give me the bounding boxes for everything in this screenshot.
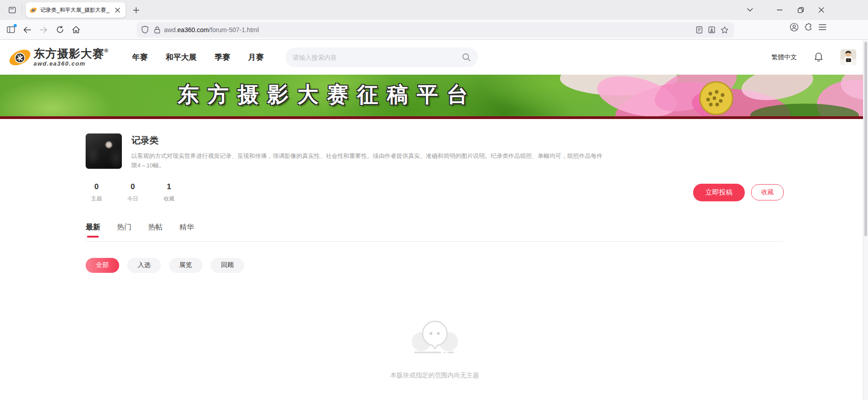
- sort-tabs: 最新 热门 热帖 精华: [86, 223, 784, 238]
- filter-all[interactable]: 全部: [86, 258, 119, 273]
- home-icon: [72, 26, 80, 33]
- submit-entry-button[interactable]: 立即投稿: [693, 184, 745, 201]
- back-button[interactable]: [20, 23, 34, 37]
- empty-chat-bubble-icon: [406, 316, 464, 356]
- site-favicon: [29, 6, 37, 14]
- search-icon[interactable]: [462, 53, 471, 62]
- reload-button[interactable]: [53, 23, 67, 37]
- reader-view-icon[interactable]: [696, 26, 703, 33]
- logo-title-text: 东方摄影大赛: [34, 47, 104, 60]
- page-scrollbar[interactable]: [863, 40, 868, 400]
- minimize-button[interactable]: [769, 0, 790, 20]
- firefox-view-icon: [8, 6, 16, 14]
- close-icon: [115, 8, 120, 13]
- nav-item-annual[interactable]: 年赛: [132, 52, 148, 62]
- forum-main: 记录类 以客观的方式对现实世界进行视觉记录、呈现和传播，强调影像的真实性、社会性…: [0, 119, 868, 380]
- header-right: 繁體中文: [772, 49, 856, 65]
- account-icon[interactable]: [790, 23, 799, 32]
- forward-button[interactable]: [36, 23, 51, 37]
- lotus-flower-art: [487, 75, 868, 116]
- stat-favorites: 1 收藏: [161, 182, 177, 203]
- empty-state: 本版块或指定的范围内尚无主题: [86, 316, 784, 380]
- forum-header: 记录类 以客观的方式对现实世界进行视觉记录、呈现和传播，强调影像的真实性、社会性…: [86, 133, 784, 171]
- list-all-tabs-button[interactable]: [743, 3, 757, 17]
- search-input[interactable]: [293, 54, 462, 61]
- logo-title: 东方摄影大赛®: [34, 48, 109, 59]
- site-logo[interactable]: 东方摄影大赛® awd.ea360.com: [8, 45, 109, 70]
- campaign-banner[interactable]: 东方摄影大赛征稿平台: [0, 75, 868, 116]
- home-button[interactable]: [69, 23, 83, 37]
- nav-item-season[interactable]: 季赛: [215, 52, 230, 62]
- tab-hot[interactable]: 热门: [117, 223, 131, 238]
- logo-domain: awd.ea360.com: [34, 61, 109, 67]
- logo-text-block: 东方摄影大赛® awd.ea360.com: [34, 48, 109, 67]
- tab-hot-posts[interactable]: 热帖: [148, 223, 163, 238]
- logo-swirl-icon: [8, 45, 32, 70]
- forum-info: 记录类 以客观的方式对现实世界进行视觉记录、呈现和传播，强调影像的真实性、社会性…: [131, 133, 603, 171]
- registered-mark: ®: [104, 48, 109, 54]
- save-page-icon[interactable]: [708, 26, 715, 33]
- filter-review[interactable]: 回顾: [211, 258, 244, 273]
- lock-icon: [154, 26, 160, 33]
- forum-title: 记录类: [131, 134, 603, 147]
- bookmark-star-icon[interactable]: [721, 26, 728, 33]
- notifications-bell-icon[interactable]: [813, 52, 824, 63]
- empty-message: 本版块或指定的范围内尚无主题: [391, 371, 479, 380]
- tab-close-button[interactable]: [113, 5, 122, 14]
- address-bar[interactable]: awd.ea360.com/forum-507-1.html: [137, 22, 734, 38]
- restore-icon: [798, 7, 804, 13]
- minimize-icon: [777, 10, 782, 10]
- chevron-down-icon: [747, 8, 753, 12]
- forward-arrow-icon: [39, 26, 48, 33]
- stat-favorites-value: 1: [161, 182, 177, 191]
- nav-item-peace-exhibition[interactable]: 和平大展: [166, 52, 197, 62]
- extensions-icon[interactable]: [805, 23, 813, 32]
- tab-featured[interactable]: 精华: [179, 223, 194, 238]
- stat-threads-value: 0: [88, 182, 105, 191]
- scrollbar-thumb[interactable]: [864, 42, 867, 236]
- avatar-photo: [840, 49, 856, 65]
- back-arrow-icon: [23, 26, 31, 33]
- new-tab-button[interactable]: [129, 3, 143, 17]
- browser-toolbar: awd.ea360.com/forum-507-1.html: [0, 20, 868, 40]
- url-path: /forum-507-1.html: [209, 26, 259, 33]
- urlbar-actions: [696, 26, 728, 33]
- main-nav: 年赛 和平大展 季赛 月赛: [132, 52, 264, 62]
- tracking-shield-icon: [141, 26, 149, 33]
- tabs-divider: [86, 241, 784, 242]
- sidebar-button[interactable]: [4, 23, 18, 37]
- window-controls: [769, 0, 832, 20]
- nav-item-monthly[interactable]: 月赛: [248, 52, 264, 62]
- filter-exhibition[interactable]: 展览: [169, 258, 203, 273]
- stat-favorites-label: 收藏: [161, 195, 177, 203]
- favorite-button[interactable]: 收藏: [751, 184, 784, 200]
- restore-button[interactable]: [790, 0, 811, 20]
- forum-description: 以客观的方式对现实世界进行视觉记录、呈现和传播，强调影像的真实性、社会性和重要性…: [131, 152, 603, 171]
- firefox-view-button[interactable]: [5, 3, 20, 17]
- browser-tab-bar: 记录类_和平大展_摄影大赛_东方: [0, 0, 868, 20]
- close-icon: [819, 7, 824, 13]
- tab-latest[interactable]: 最新: [86, 223, 100, 238]
- notification-dot: [14, 24, 17, 27]
- filter-pills: 全部 入选 展览 回顾: [86, 258, 784, 273]
- forum-action-buttons: 立即投稿 收藏: [693, 184, 784, 201]
- user-avatar[interactable]: [840, 49, 856, 65]
- language-switch[interactable]: 繁體中文: [772, 53, 797, 62]
- site-header: 东方摄影大赛® awd.ea360.com 年赛 和平大展 季赛 月赛 繁體中文: [0, 40, 868, 75]
- sidebar-icon: [7, 26, 15, 33]
- filter-selected[interactable]: 入选: [127, 258, 161, 273]
- url-text: awd.ea360.com/forum-507-1.html: [164, 26, 696, 33]
- menu-hamburger-icon[interactable]: [819, 24, 826, 30]
- tab-separator: [22, 5, 22, 15]
- search-bar: [285, 48, 478, 67]
- stat-today-value: 0: [125, 182, 141, 191]
- stat-today: 0 今日: [125, 182, 141, 203]
- toolbar-right-actions: [790, 23, 826, 32]
- url-subdomain: awd.: [164, 26, 178, 33]
- stat-threads: 0 主题: [88, 182, 105, 203]
- close-window-button[interactable]: [811, 0, 832, 20]
- banner-title: 东方摄影大赛征稿平台: [178, 81, 477, 109]
- reload-icon: [56, 26, 64, 33]
- forum-thumbnail[interactable]: [86, 133, 122, 169]
- active-tab[interactable]: 记录类_和平大展_摄影大赛_东方: [26, 2, 125, 18]
